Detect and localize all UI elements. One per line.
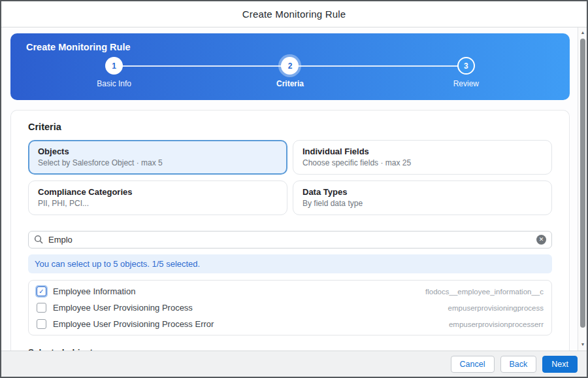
step-3-label: Review bbox=[453, 79, 479, 88]
checkbox-checked[interactable]: ✓ bbox=[37, 286, 46, 296]
dialog-titlebar: Create Monitoring Rule bbox=[1, 1, 587, 27]
mode-card-compliance-categories[interactable]: Compliance Categories PII, PHI, PCI... bbox=[28, 180, 287, 215]
step-1-label: Basic Info bbox=[97, 79, 131, 88]
mode-card-title: Data Types bbox=[302, 187, 542, 197]
back-button[interactable]: Back bbox=[500, 356, 537, 373]
dialog-title: Create Monitoring Rule bbox=[242, 9, 346, 20]
object-search: ✕ bbox=[28, 231, 552, 249]
mode-card-objects[interactable]: Objects Select by Salesforce Object · ma… bbox=[28, 140, 287, 175]
object-api-name: empuserprovisionprocesserr bbox=[449, 320, 544, 328]
selected-objects-heading: Selected objects bbox=[28, 347, 552, 351]
mode-card-data-types[interactable]: Data Types By field data type bbox=[293, 180, 552, 215]
step-1-circle: 1 bbox=[105, 57, 123, 75]
mode-card-title: Objects bbox=[38, 146, 278, 156]
scrollbar-up-icon[interactable]: ▲ bbox=[578, 28, 587, 37]
criteria-heading: Criteria bbox=[28, 122, 552, 132]
mode-card-subtitle: PII, PHI, PCI... bbox=[38, 199, 278, 208]
search-clear-icon[interactable]: ✕ bbox=[536, 235, 546, 245]
mode-card-subtitle: Select by Salesforce Object · max 5 bbox=[38, 158, 278, 167]
object-label: Employee User Provisioning Process Error bbox=[53, 319, 214, 329]
object-api-name: flodocs__employee_information__c bbox=[425, 288, 544, 296]
dialog-footer: Cancel Back Next bbox=[1, 351, 587, 377]
dialog-body: Create Monitoring Rule 1 Basic Info 2 Cr… bbox=[1, 27, 587, 351]
dialog-window: Create Monitoring Rule Create Monitoring… bbox=[0, 0, 588, 378]
wizard-banner: Create Monitoring Rule 1 Basic Info 2 Cr… bbox=[10, 33, 570, 100]
mode-card-subtitle: Choose specific fields · max 25 bbox=[302, 158, 542, 167]
step-review[interactable]: 3 Review bbox=[378, 57, 554, 88]
step-1-number: 1 bbox=[112, 61, 116, 71]
step-basic-info[interactable]: 1 Basic Info bbox=[26, 57, 202, 88]
object-row-emp-user-provisioning-process-error[interactable]: ✓ Employee User Provisioning Process Err… bbox=[29, 316, 551, 332]
wizard-banner-title: Create Monitoring Rule bbox=[26, 42, 554, 52]
step-criteria[interactable]: 2 Criteria bbox=[202, 57, 378, 88]
step-3-number: 3 bbox=[464, 61, 468, 71]
object-api-name: empuserprovisioningprocess bbox=[448, 304, 544, 312]
object-results-list: ✓ Employee Information flodocs__employee… bbox=[28, 280, 552, 335]
dialog-content: Create Monitoring Rule 1 Basic Info 2 Cr… bbox=[1, 27, 578, 351]
checkbox-unchecked[interactable]: ✓ bbox=[37, 303, 46, 313]
mode-card-subtitle: By field data type bbox=[302, 199, 542, 208]
search-icon bbox=[34, 235, 43, 244]
cancel-button[interactable]: Cancel bbox=[451, 356, 495, 373]
step-2-label: Criteria bbox=[276, 79, 304, 88]
step-2-circle: 2 bbox=[281, 57, 299, 75]
object-row-emp-user-provisioning-process[interactable]: ✓ Employee User Provisioning Process emp… bbox=[29, 300, 551, 316]
mode-card-title: Compliance Categories bbox=[38, 187, 278, 197]
step-3-circle: 3 bbox=[457, 57, 475, 75]
object-row-employee-information[interactable]: ✓ Employee Information flodocs__employee… bbox=[29, 283, 551, 300]
next-button[interactable]: Next bbox=[542, 356, 578, 373]
object-label: Employee User Provisioning Process bbox=[53, 303, 193, 313]
step-2-number: 2 bbox=[288, 61, 293, 71]
checkbox-unchecked[interactable]: ✓ bbox=[37, 319, 46, 329]
selection-info-banner: You can select up to 5 objects. 1/5 sele… bbox=[28, 254, 552, 273]
criteria-mode-cards: Objects Select by Salesforce Object · ma… bbox=[28, 140, 552, 215]
search-input[interactable] bbox=[28, 231, 552, 249]
scrollbar[interactable]: ▲ ▼ bbox=[578, 27, 587, 351]
criteria-panel: Criteria Objects Select by Salesforce Ob… bbox=[10, 110, 570, 351]
scrollbar-down-icon[interactable]: ▼ bbox=[578, 340, 587, 349]
mode-card-title: Individual Fields bbox=[302, 146, 542, 156]
object-label: Employee Information bbox=[53, 286, 135, 296]
mode-card-individual-fields[interactable]: Individual Fields Choose specific fields… bbox=[293, 140, 552, 175]
scrollbar-thumb[interactable] bbox=[580, 39, 585, 328]
wizard-stepper: 1 Basic Info 2 Criteria 3 R bbox=[26, 57, 554, 88]
